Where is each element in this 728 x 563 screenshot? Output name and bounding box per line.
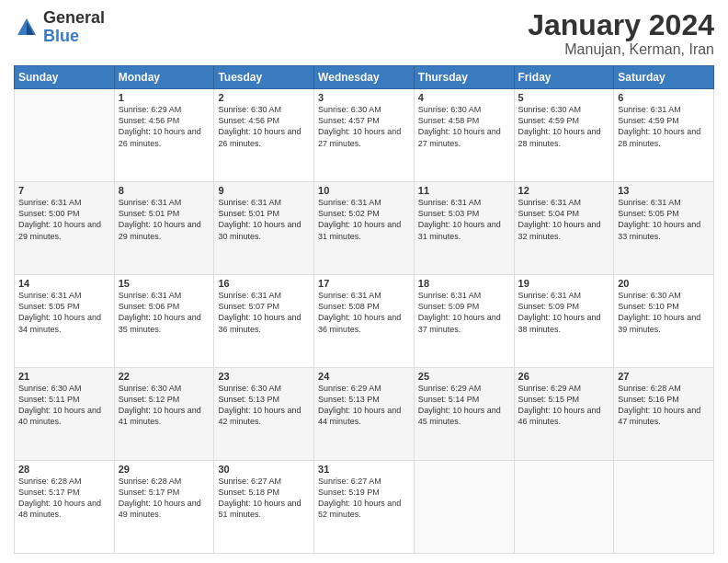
header-thursday: Thursday [414, 66, 514, 89]
subtitle: Manujan, Kerman, Iran [528, 41, 714, 58]
day-info: Sunrise: 6:29 AM Sunset: 5:13 PM Dayligh… [318, 383, 410, 428]
table-row [614, 461, 714, 554]
table-row: 11Sunrise: 6:31 AM Sunset: 5:03 PM Dayli… [414, 182, 514, 275]
day-info: Sunrise: 6:31 AM Sunset: 5:04 PM Dayligh… [518, 197, 610, 242]
logo-general: General [43, 9, 105, 28]
table-row: 17Sunrise: 6:31 AM Sunset: 5:08 PM Dayli… [314, 275, 415, 368]
table-row [514, 461, 614, 554]
table-row: 27Sunrise: 6:28 AM Sunset: 5:16 PM Dayli… [614, 368, 714, 461]
table-row: 28Sunrise: 6:28 AM Sunset: 5:17 PM Dayli… [15, 461, 115, 554]
day-number: 23 [218, 371, 310, 382]
table-row: 26Sunrise: 6:29 AM Sunset: 5:15 PM Dayli… [514, 368, 614, 461]
day-info: Sunrise: 6:30 AM Sunset: 5:11 PM Dayligh… [18, 383, 110, 428]
main-title: January 2024 [528, 9, 714, 41]
day-number: 20 [618, 278, 710, 289]
title-block: January 2024 Manujan, Kerman, Iran [528, 9, 714, 58]
day-info: Sunrise: 6:29 AM Sunset: 5:14 PM Dayligh… [418, 383, 510, 428]
header-tuesday: Tuesday [214, 66, 314, 89]
day-number: 8 [119, 185, 210, 196]
day-info: Sunrise: 6:30 AM Sunset: 4:59 PM Dayligh… [518, 104, 610, 149]
day-number: 29 [119, 464, 210, 475]
table-row: 5Sunrise: 6:30 AM Sunset: 4:59 PM Daylig… [514, 89, 614, 182]
day-info: Sunrise: 6:30 AM Sunset: 4:57 PM Dayligh… [318, 104, 410, 149]
day-info: Sunrise: 6:27 AM Sunset: 5:19 PM Dayligh… [318, 476, 410, 521]
day-number: 25 [418, 371, 510, 382]
day-info: Sunrise: 6:31 AM Sunset: 5:05 PM Dayligh… [618, 197, 710, 242]
table-row: 31Sunrise: 6:27 AM Sunset: 5:19 PM Dayli… [314, 461, 415, 554]
day-number: 7 [18, 185, 110, 196]
table-row: 2Sunrise: 6:30 AM Sunset: 4:56 PM Daylig… [214, 89, 314, 182]
day-info: Sunrise: 6:28 AM Sunset: 5:17 PM Dayligh… [18, 476, 110, 521]
day-info: Sunrise: 6:30 AM Sunset: 5:10 PM Dayligh… [618, 290, 710, 335]
day-info: Sunrise: 6:30 AM Sunset: 5:12 PM Dayligh… [119, 383, 210, 428]
table-row: 29Sunrise: 6:28 AM Sunset: 5:17 PM Dayli… [114, 461, 214, 554]
day-info: Sunrise: 6:29 AM Sunset: 4:56 PM Dayligh… [119, 104, 210, 149]
day-number: 10 [318, 185, 410, 196]
day-number: 12 [518, 185, 610, 196]
table-row: 30Sunrise: 6:27 AM Sunset: 5:18 PM Dayli… [214, 461, 314, 554]
table-row: 15Sunrise: 6:31 AM Sunset: 5:06 PM Dayli… [114, 275, 214, 368]
table-row: 20Sunrise: 6:30 AM Sunset: 5:10 PM Dayli… [614, 275, 714, 368]
table-row: 21Sunrise: 6:30 AM Sunset: 5:11 PM Dayli… [15, 368, 115, 461]
logo-icon [14, 15, 40, 40]
day-number: 2 [218, 92, 310, 103]
day-number: 28 [18, 464, 110, 475]
day-number: 18 [418, 278, 510, 289]
day-number: 22 [119, 371, 210, 382]
table-row: 14Sunrise: 6:31 AM Sunset: 5:05 PM Dayli… [15, 275, 115, 368]
day-info: Sunrise: 6:31 AM Sunset: 5:01 PM Dayligh… [119, 197, 210, 242]
page: General Blue January 2024 Manujan, Kerma… [0, 0, 728, 563]
day-number: 30 [218, 464, 310, 475]
table-row: 1Sunrise: 6:29 AM Sunset: 4:56 PM Daylig… [114, 89, 214, 182]
table-row: 7Sunrise: 6:31 AM Sunset: 5:00 PM Daylig… [15, 182, 115, 275]
calendar-table: Sunday Monday Tuesday Wednesday Thursday… [14, 65, 714, 554]
day-number: 5 [518, 92, 610, 103]
header-wednesday: Wednesday [314, 66, 415, 89]
table-row: 22Sunrise: 6:30 AM Sunset: 5:12 PM Dayli… [114, 368, 214, 461]
day-info: Sunrise: 6:31 AM Sunset: 4:59 PM Dayligh… [618, 104, 710, 149]
day-info: Sunrise: 6:31 AM Sunset: 5:06 PM Dayligh… [119, 290, 210, 335]
day-info: Sunrise: 6:31 AM Sunset: 5:05 PM Dayligh… [18, 290, 110, 335]
day-number: 31 [318, 464, 410, 475]
header-saturday: Saturday [614, 66, 714, 89]
day-info: Sunrise: 6:31 AM Sunset: 5:03 PM Dayligh… [418, 197, 510, 242]
day-info: Sunrise: 6:30 AM Sunset: 4:58 PM Dayligh… [418, 104, 510, 149]
table-row: 6Sunrise: 6:31 AM Sunset: 4:59 PM Daylig… [614, 89, 714, 182]
logo-blue: Blue [43, 28, 105, 46]
table-row: 25Sunrise: 6:29 AM Sunset: 5:14 PM Dayli… [414, 368, 514, 461]
day-info: Sunrise: 6:31 AM Sunset: 5:00 PM Dayligh… [18, 197, 110, 242]
day-number: 24 [318, 371, 410, 382]
day-info: Sunrise: 6:31 AM Sunset: 5:07 PM Dayligh… [218, 290, 310, 335]
day-number: 11 [418, 185, 510, 196]
day-info: Sunrise: 6:30 AM Sunset: 4:56 PM Dayligh… [218, 104, 310, 149]
header-friday: Friday [514, 66, 614, 89]
day-info: Sunrise: 6:28 AM Sunset: 5:17 PM Dayligh… [119, 476, 210, 521]
table-row: 24Sunrise: 6:29 AM Sunset: 5:13 PM Dayli… [314, 368, 415, 461]
logo-text: General Blue [43, 9, 105, 46]
day-number: 27 [618, 371, 710, 382]
day-number: 21 [18, 371, 110, 382]
table-row [15, 89, 115, 182]
table-row: 12Sunrise: 6:31 AM Sunset: 5:04 PM Dayli… [514, 182, 614, 275]
day-number: 1 [119, 92, 210, 103]
table-row [414, 461, 514, 554]
table-row: 4Sunrise: 6:30 AM Sunset: 4:58 PM Daylig… [414, 89, 514, 182]
calendar-week-row: 14Sunrise: 6:31 AM Sunset: 5:05 PM Dayli… [15, 275, 714, 368]
table-row: 23Sunrise: 6:30 AM Sunset: 5:13 PM Dayli… [214, 368, 314, 461]
table-row: 13Sunrise: 6:31 AM Sunset: 5:05 PM Dayli… [614, 182, 714, 275]
header-monday: Monday [114, 66, 214, 89]
calendar-header-row: Sunday Monday Tuesday Wednesday Thursday… [15, 66, 714, 89]
day-number: 17 [318, 278, 410, 289]
logo: General Blue [14, 9, 105, 46]
calendar-week-row: 1Sunrise: 6:29 AM Sunset: 4:56 PM Daylig… [15, 89, 714, 182]
day-number: 19 [518, 278, 610, 289]
day-number: 26 [518, 371, 610, 382]
day-number: 15 [119, 278, 210, 289]
calendar-week-row: 7Sunrise: 6:31 AM Sunset: 5:00 PM Daylig… [15, 182, 714, 275]
day-number: 9 [218, 185, 310, 196]
header-sunday: Sunday [15, 66, 115, 89]
day-info: Sunrise: 6:29 AM Sunset: 5:15 PM Dayligh… [518, 383, 610, 428]
table-row: 18Sunrise: 6:31 AM Sunset: 5:09 PM Dayli… [414, 275, 514, 368]
day-number: 6 [618, 92, 710, 103]
day-number: 13 [618, 185, 710, 196]
